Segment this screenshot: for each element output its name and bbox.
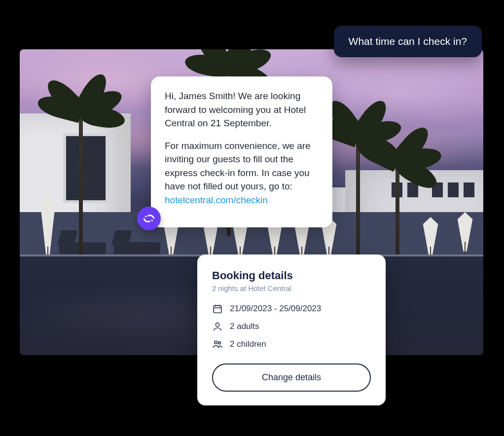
booking-children-text: 2 children (230, 339, 266, 349)
calendar-icon (212, 303, 223, 314)
bot-avatar-icon (137, 207, 161, 230)
checkin-link[interactable]: hotelcentral.com/checkin (165, 195, 268, 205)
svg-point-4 (215, 341, 217, 344)
svg-point-5 (218, 342, 221, 344)
svg-rect-2 (214, 306, 221, 313)
user-chat-bubble: What time can I check in? (334, 26, 482, 57)
svg-point-0 (145, 216, 146, 218)
people-icon (212, 339, 223, 350)
change-details-button[interactable]: Change details (212, 363, 371, 392)
assistant-paragraph-2: For maximum convenience, we are inviting… (165, 139, 319, 207)
booking-adults-text: 2 adults (230, 322, 259, 331)
svg-point-1 (151, 220, 153, 221)
booking-adults-row: 2 adults (212, 321, 371, 332)
booking-dates-text: 21/09/2023 - 25/09/2023 (230, 304, 321, 314)
person-icon (212, 321, 223, 332)
user-message-text: What time can I check in? (349, 36, 467, 47)
booking-subtitle: 2 nights at Hotel Central (212, 284, 371, 292)
booking-children-row: 2 children (212, 339, 371, 350)
booking-dates-row: 21/09/2023 - 25/09/2023 (212, 303, 371, 314)
booking-details-card: Booking details 2 nights at Hotel Centra… (197, 254, 386, 405)
assistant-paragraph-1: Hi, James Smith! We are looking forward … (165, 89, 319, 130)
assistant-chat-bubble: Hi, James Smith! We are looking forward … (151, 76, 332, 227)
booking-title: Booking details (212, 269, 371, 282)
svg-point-3 (216, 323, 219, 327)
